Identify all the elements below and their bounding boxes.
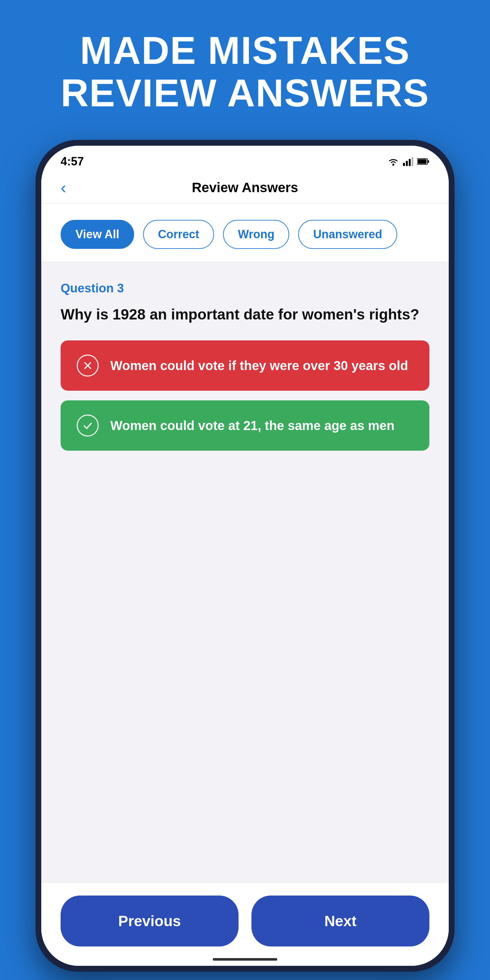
question-text: Why is 1928 an important date for women'… (60, 304, 430, 324)
svg-point-0 (392, 164, 394, 166)
headline: MADE MISTAKES REVIEW ANSWERS (60, 29, 430, 114)
filter-unanswered[interactable]: Unanswered (298, 220, 397, 249)
wifi-icon (388, 157, 399, 166)
correct-answer-text: Women could vote at 21, the same age as … (110, 417, 395, 434)
svg-rect-3 (409, 159, 411, 166)
battery-icon (417, 158, 430, 165)
headline-line1: MADE MISTAKES (80, 29, 410, 72)
filter-row: View All Correct Wrong Unanswered (41, 204, 449, 262)
next-button[interactable]: Next (251, 896, 430, 947)
status-bar: 4:57 (41, 146, 449, 172)
wrong-answer-text: Women could vote if they were over 30 ye… (110, 357, 408, 374)
content-area: Question 3 Why is 1928 an important date… (41, 262, 449, 966)
status-time: 4:57 (60, 155, 84, 168)
svg-rect-4 (412, 157, 413, 166)
filter-correct[interactable]: Correct (143, 220, 214, 249)
signal-icon (403, 157, 413, 166)
answer-wrong[interactable]: Women could vote if they were over 30 ye… (60, 340, 430, 391)
back-button[interactable]: ‹ (60, 178, 66, 197)
filter-wrong[interactable]: Wrong (223, 220, 289, 249)
svg-rect-6 (418, 159, 426, 164)
answer-correct[interactable]: Women could vote at 21, the same age as … (60, 400, 430, 451)
correct-icon (77, 415, 99, 436)
nav-bar: ‹ Review Answers (41, 172, 449, 204)
svg-rect-7 (428, 160, 429, 163)
filter-view-all[interactable]: View All (60, 220, 134, 249)
home-indicator (213, 958, 277, 961)
previous-button[interactable]: Previous (60, 896, 239, 947)
svg-rect-2 (406, 161, 408, 166)
headline-line2: REVIEW ANSWERS (60, 71, 430, 115)
question-label: Question 3 (60, 282, 430, 295)
phone-screen: 4:57 (41, 146, 449, 966)
status-icons (388, 157, 430, 166)
bottom-nav: Previous Next (41, 882, 449, 966)
wrong-icon (77, 355, 99, 377)
svg-rect-1 (403, 163, 405, 166)
page-title: Review Answers (192, 180, 298, 196)
phone-frame: 4:57 (35, 140, 455, 972)
